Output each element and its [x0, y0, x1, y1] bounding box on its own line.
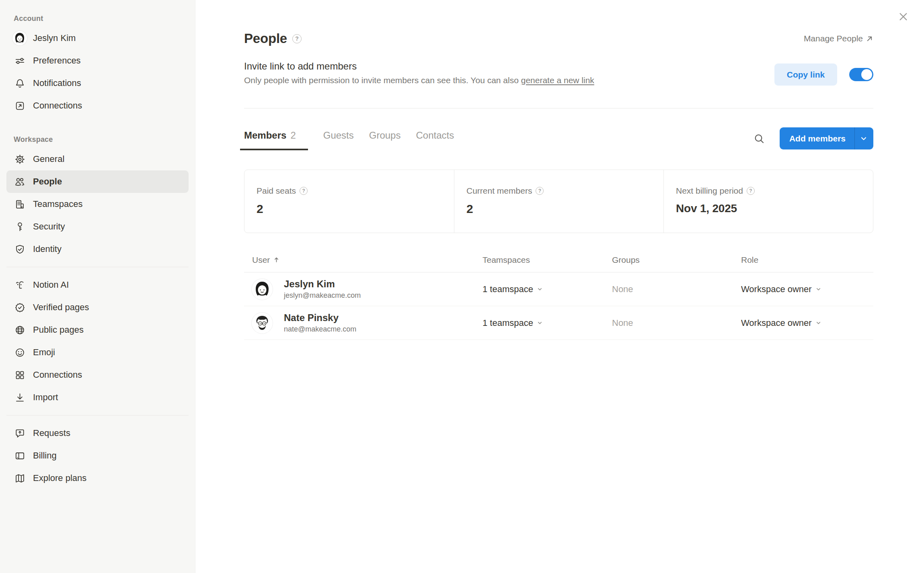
teamspaces-select[interactable]: 1 teamspace	[483, 284, 612, 295]
paid-seats-value: 2	[257, 202, 454, 216]
add-members-button[interactable]: Add members	[780, 127, 873, 149]
sidebar-item-general[interactable]: General	[6, 148, 189, 170]
sidebar-item-label: Identity	[33, 244, 62, 254]
next-billing-value: Nov 1, 2025	[676, 202, 873, 215]
request-bubble-icon	[14, 427, 26, 439]
tab-members[interactable]: Members 2	[240, 130, 308, 150]
invite-link-toggle[interactable]	[849, 68, 873, 81]
tab-contacts[interactable]: Contacts	[416, 130, 454, 150]
sidebar-item-notifications[interactable]: Notifications	[6, 72, 189, 94]
sidebar-item-import[interactable]: Import	[6, 386, 189, 409]
paid-seats-label: Paid seats	[257, 186, 296, 196]
sidebar-item-label: Jeslyn Kim	[33, 33, 76, 43]
external-link-square-icon	[14, 100, 26, 112]
sidebar-item-identity[interactable]: Identity	[6, 238, 189, 260]
credit-card-icon	[14, 450, 26, 462]
tab-groups[interactable]: Groups	[369, 130, 401, 150]
sidebar-item-label: Requests	[33, 428, 70, 438]
help-icon[interactable]: ?	[536, 187, 544, 195]
members-table: User Teamspaces Groups Role Jeslyn Kim j…	[244, 248, 873, 340]
sidebar-item-label: People	[33, 176, 62, 187]
user-avatar	[252, 279, 273, 300]
column-header-groups[interactable]: Groups	[612, 255, 741, 265]
settings-sidebar: Account Jeslyn Kim Preferences Notificat…	[0, 0, 195, 573]
sidebar-item-label: Notion AI	[33, 280, 69, 290]
sliders-icon	[14, 55, 26, 67]
help-icon[interactable]: ?	[292, 34, 302, 43]
grid-icon	[14, 369, 26, 381]
sidebar-item-label: General	[33, 154, 64, 164]
people-settings-panel: People ? Manage People Invite link to ad…	[196, 0, 924, 573]
add-members-label: Add members	[780, 134, 854, 143]
current-members-label: Current members	[466, 186, 532, 196]
teamspaces-select[interactable]: 1 teamspace	[483, 318, 612, 328]
invite-link-section: Invite link to add members Only people w…	[244, 60, 873, 86]
column-header-role[interactable]: Role	[741, 255, 873, 265]
page-title: People	[244, 31, 287, 46]
sidebar-item-billing[interactable]: Billing	[6, 444, 189, 467]
notion-ai-face-icon	[14, 279, 26, 291]
chevron-down-icon	[537, 320, 543, 326]
sidebar-item-label: Import	[33, 392, 58, 403]
current-members-card: Current members ? 2	[454, 170, 663, 233]
import-download-icon	[14, 391, 26, 403]
building-icon	[14, 198, 26, 210]
column-header-user[interactable]: User	[244, 255, 483, 265]
tab-guests[interactable]: Guests	[323, 130, 354, 150]
sidebar-item-label: Notifications	[33, 78, 81, 88]
sidebar-section-account: Account	[14, 14, 195, 23]
sidebar-item-notion-ai[interactable]: Notion AI	[6, 274, 189, 296]
sidebar-item-workspace-connections[interactable]: Connections	[6, 364, 189, 386]
sidebar-item-teamspaces[interactable]: Teamspaces	[6, 193, 189, 215]
tabs-row: Members 2 Guests Groups Contacts Add mem…	[244, 108, 873, 150]
chevron-down-icon	[860, 135, 868, 143]
sidebar-item-label: Verified pages	[33, 302, 89, 313]
search-icon[interactable]	[753, 133, 765, 145]
sidebar-item-account-profile[interactable]: Jeslyn Kim	[6, 27, 189, 49]
sidebar-item-account-connections[interactable]: Connections	[6, 94, 189, 117]
sort-ascending-icon	[273, 256, 280, 263]
gear-icon	[14, 153, 26, 165]
table-row: Nate Pinsky nate@makeacme.com 1 teamspac…	[244, 306, 873, 340]
sidebar-item-label: Billing	[33, 450, 57, 461]
sidebar-item-people[interactable]: People	[6, 170, 189, 193]
close-icon[interactable]	[898, 11, 909, 22]
sidebar-item-public-pages[interactable]: Public pages	[6, 319, 189, 341]
map-icon	[14, 472, 26, 484]
toggle-knob	[861, 69, 872, 80]
user-avatar	[12, 31, 27, 45]
copy-link-button[interactable]: Copy link	[774, 63, 837, 86]
member-name: Nate Pinsky	[284, 312, 356, 323]
help-icon[interactable]: ?	[747, 187, 755, 195]
sidebar-item-emoji[interactable]: Emoji	[6, 341, 189, 364]
sidebar-item-security[interactable]: Security	[6, 215, 189, 238]
sidebar-section-workspace: Workspace	[14, 135, 195, 144]
members-count-badge: 2	[290, 130, 296, 141]
sidebar-item-explore-plans[interactable]: Explore plans	[6, 467, 189, 489]
sidebar-item-label: Public pages	[33, 325, 84, 335]
table-header: User Teamspaces Groups Role	[244, 248, 873, 272]
help-icon[interactable]: ?	[300, 187, 308, 195]
tabs: Members 2 Guests Groups Contacts	[244, 130, 454, 150]
column-header-teamspaces[interactable]: Teamspaces	[483, 255, 612, 265]
sidebar-divider	[6, 415, 189, 415]
generate-new-link[interactable]: generate a new link	[521, 76, 594, 85]
add-members-dropdown[interactable]	[854, 127, 873, 149]
table-row: Jeslyn Kim jeslyn@makeacme.com 1 teamspa…	[244, 272, 873, 306]
user-cell: Jeslyn Kim jeslyn@makeacme.com	[244, 278, 483, 300]
paid-seats-card: Paid seats ? 2	[244, 170, 454, 233]
sidebar-item-preferences[interactable]: Preferences	[6, 49, 189, 72]
role-select[interactable]: Workspace owner	[741, 318, 873, 328]
chevron-down-icon	[815, 286, 821, 292]
role-select[interactable]: Workspace owner	[741, 284, 873, 295]
sidebar-item-label: Explore plans	[33, 473, 86, 483]
verified-badge-icon	[14, 301, 26, 313]
member-email: nate@makeacme.com	[284, 325, 356, 334]
sidebar-item-requests[interactable]: Requests	[6, 422, 189, 444]
invite-link-description: Only people with permission to invite me…	[244, 76, 594, 85]
manage-people-link[interactable]: Manage People	[804, 34, 873, 43]
sidebar-item-label: Connections	[33, 100, 82, 111]
page-header: People ? Manage People	[244, 30, 873, 47]
people-icon	[14, 176, 26, 188]
sidebar-item-verified-pages[interactable]: Verified pages	[6, 296, 189, 319]
